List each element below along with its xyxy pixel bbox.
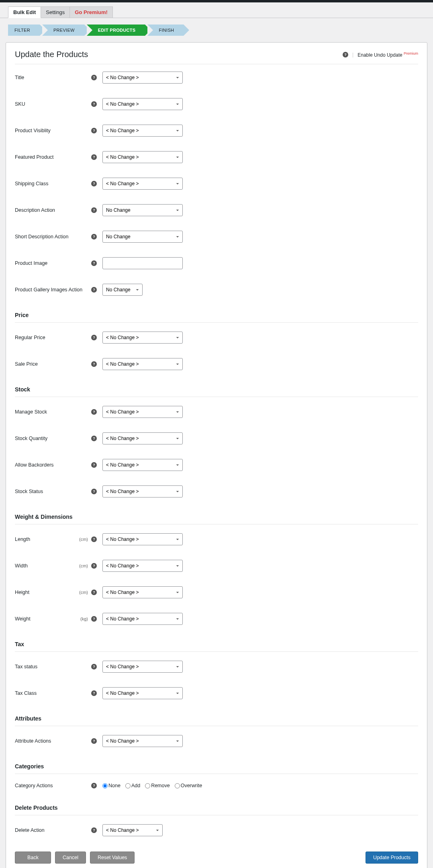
help-icon[interactable]: ?	[91, 287, 97, 293]
help-icon[interactable]: ?	[91, 361, 97, 367]
label-featured: Featured Product	[15, 154, 91, 160]
row-description-action: Description Action? No Change	[15, 197, 418, 223]
select-sku[interactable]: < No Change >	[102, 98, 183, 110]
row-backorders: Allow Backorders? < No Change >	[15, 452, 418, 478]
label-title: Title	[15, 75, 91, 80]
unit-cm: (cm)	[79, 563, 88, 568]
page-title: Update the Products	[15, 50, 88, 59]
tab-bulk-edit[interactable]: Bulk Edit	[8, 6, 41, 18]
help-icon[interactable]: ?	[91, 409, 97, 415]
select-desc-action[interactable]: No Change	[102, 204, 183, 216]
cancel-button[interactable]: Cancel	[55, 852, 86, 864]
select-gallery[interactable]: No Change	[102, 284, 143, 296]
row-short-desc-action: Short Description Action? No Change	[15, 223, 418, 250]
help-icon[interactable]: ?	[91, 154, 97, 160]
step-filter[interactable]: FILTER	[8, 25, 40, 36]
label-desc-action: Description Action	[15, 207, 91, 213]
help-icon[interactable]: ?	[91, 436, 97, 441]
radio-label-overwrite: Overwrite	[181, 783, 202, 788]
label-tax-status: Tax status	[15, 664, 91, 669]
label-product-image: Product Image	[15, 260, 91, 266]
help-icon[interactable]: ?	[91, 563, 97, 569]
select-weight[interactable]: < No Change >	[102, 613, 183, 625]
help-icon[interactable]: ?	[91, 616, 97, 622]
row-tax-status: Tax status? < No Change >	[15, 653, 418, 680]
help-icon[interactable]: ?	[91, 462, 97, 468]
help-icon[interactable]: ?	[91, 207, 97, 213]
help-icon[interactable]: ?	[91, 335, 97, 340]
select-sale-price[interactable]: < No Change >	[102, 358, 183, 370]
help-icon[interactable]: ?	[91, 783, 97, 788]
input-product-image[interactable]	[102, 257, 183, 269]
help-icon[interactable]: ?	[91, 260, 97, 266]
row-manage-stock: Manage Stock? < No Change >	[15, 399, 418, 425]
help-icon[interactable]: ?	[91, 664, 97, 669]
select-tax-class[interactable]: < No Change >	[102, 687, 183, 699]
premium-badge: Premium	[404, 51, 418, 55]
section-tax: Tax	[15, 632, 418, 652]
select-length[interactable]: < No Change >	[102, 533, 183, 545]
help-icon[interactable]: ?	[91, 181, 97, 186]
row-weight: Weight(kg)? < No Change >	[15, 606, 418, 632]
tab-go-premium[interactable]: Go Premium!	[69, 6, 113, 18]
help-icon[interactable]: ?	[91, 738, 97, 744]
help-icon[interactable]: ?	[91, 827, 97, 833]
help-icon[interactable]: ?	[91, 128, 97, 133]
section-categories: Categories	[15, 754, 418, 774]
select-manage-stock[interactable]: < No Change >	[102, 406, 183, 418]
label-tax-class: Tax Class	[15, 690, 91, 696]
select-attribute-actions[interactable]: < No Change >	[102, 735, 183, 747]
help-icon[interactable]: ?	[91, 590, 97, 595]
update-button[interactable]: Update Products	[366, 852, 418, 864]
label-sale-price: Sale Price	[15, 361, 91, 367]
step-edit-products[interactable]: EDIT PRODUCTS	[87, 25, 145, 36]
help-icon[interactable]: ?	[91, 536, 97, 542]
row-width: Width(cm)? < No Change >	[15, 553, 418, 579]
section-attributes: Attributes	[15, 706, 418, 726]
select-stock-qty[interactable]: < No Change >	[102, 432, 183, 444]
help-icon[interactable]: ?	[91, 101, 97, 107]
select-backorders[interactable]: < No Change >	[102, 459, 183, 471]
select-regular-price[interactable]: < No Change >	[102, 332, 183, 344]
row-category-actions: Category Actions? None Add Remove Overwr…	[15, 776, 418, 796]
select-title[interactable]: < No Change >	[102, 72, 183, 84]
help-icon[interactable]: ?	[343, 52, 348, 57]
label-height: Height	[15, 590, 79, 595]
select-stock-status[interactable]: < No Change >	[102, 485, 183, 497]
radio-cat-none[interactable]	[102, 783, 108, 788]
row-product-image: Product Image?	[15, 250, 418, 276]
back-button[interactable]: Back	[15, 852, 51, 864]
row-regular-price: Regular Price? < No Change >	[15, 324, 418, 351]
tab-settings[interactable]: Settings	[41, 6, 70, 18]
label-shipping: Shipping Class	[15, 181, 91, 186]
select-shipping[interactable]: < No Change >	[102, 178, 183, 190]
radio-cat-add[interactable]	[125, 783, 131, 788]
footer-buttons: Back Cancel Reset Values Update Products	[15, 843, 418, 864]
help-icon[interactable]: ?	[91, 489, 97, 494]
section-weight-dimensions: Weight & Dimensions	[15, 505, 418, 524]
panel-header: Update the Products ? | Enable Undo Upda…	[15, 50, 418, 64]
help-icon[interactable]: ?	[91, 690, 97, 696]
select-width[interactable]: < No Change >	[102, 560, 183, 572]
help-icon[interactable]: ?	[91, 234, 97, 240]
radio-cat-overwrite[interactable]	[175, 783, 180, 788]
select-short-desc[interactable]: No Change	[102, 231, 183, 243]
select-height[interactable]: < No Change >	[102, 586, 183, 598]
label-sku: SKU	[15, 101, 91, 107]
step-finish[interactable]: FINISH	[147, 25, 184, 36]
label-gallery: Product Gallery Images Action	[15, 287, 91, 293]
select-featured[interactable]: < No Change >	[102, 151, 183, 163]
undo-label: Enable Undo Update Premium	[357, 51, 418, 58]
step-preview[interactable]: PREVIEW	[42, 25, 84, 36]
select-tax-status[interactable]: < No Change >	[102, 661, 183, 673]
help-icon[interactable]: ?	[91, 75, 97, 80]
row-tax-class: Tax Class? < No Change >	[15, 680, 418, 706]
row-title: Title? < No Change >	[15, 64, 418, 91]
select-visibility[interactable]: < No Change >	[102, 125, 183, 137]
reset-button[interactable]: Reset Values	[90, 852, 135, 864]
row-delete-action: Delete Action? < No Change >	[15, 817, 418, 843]
select-delete-action[interactable]: < No Change >	[102, 824, 163, 836]
radio-cat-remove[interactable]	[145, 783, 150, 788]
section-delete: Delete Products	[15, 796, 418, 815]
category-radio-group: None Add Remove Overwrite	[102, 783, 204, 788]
